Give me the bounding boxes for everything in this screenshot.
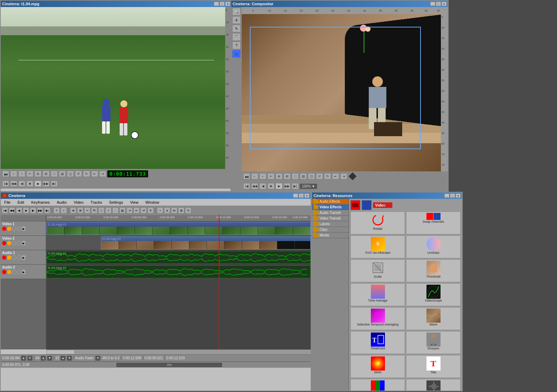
zoom2-down[interactable]: ▼ [67, 356, 72, 361]
tl-btn-cut2[interactable]: ✂ [84, 207, 90, 214]
tl-btn-g2[interactable]: ⇥ [126, 207, 133, 214]
tl-btn-copy3[interactable]: ⧉ [91, 207, 97, 214]
effect-videoscope[interactable]: VideoScope [406, 283, 461, 306]
menu-file[interactable]: File [2, 200, 13, 204]
timeline-close-btn[interactable]: × [304, 194, 309, 198]
tl-btn-ff[interactable]: ▶▶ [37, 207, 43, 214]
effect-svg[interactable]: S SVG via Inkscape [350, 235, 405, 258]
comp-play-rev[interactable]: ◀ [259, 183, 266, 189]
effect-rotate[interactable]: Rotate [350, 211, 405, 234]
resource-cat-video-trans[interactable]: Video Transiti [312, 216, 349, 221]
effect-shift[interactable]: >ShiftInterlace [406, 379, 461, 391]
video1-track-row[interactable]: t1.18.mpg #1 [46, 221, 311, 236]
audio2-clip[interactable]: t1.04.mpg #2 [46, 265, 311, 278]
video1-lock-btn[interactable] [12, 227, 16, 231]
menu-video[interactable]: Video [71, 200, 86, 204]
effect-title[interactable]: T Title [406, 355, 461, 378]
viewer-close-btn[interactable]: × [225, 2, 230, 6]
timeline-maximize-btn[interactable]: □ [299, 194, 304, 198]
viewer-btn-camera[interactable]: 📷 [2, 171, 9, 177]
top-video-effects-label[interactable]: Videocts [373, 202, 392, 208]
viewer-goto-end[interactable]: ▶| [51, 181, 58, 187]
effect-timefront[interactable]: T TimeFront [350, 331, 405, 354]
audio1-expand-btn[interactable] [17, 255, 21, 260]
effect-yuv[interactable]: YUV [350, 379, 405, 391]
viewer-btn-a4[interactable]: ↺ [75, 171, 82, 177]
video1-clip[interactable]: t1.18.mpg #1 [46, 222, 311, 235]
video2-track-row[interactable]: t1.04.mpg #1 [46, 236, 311, 250]
compositor-zoom-control[interactable]: 100% ▼ [300, 184, 317, 189]
audio1-record-btn[interactable] [2, 255, 6, 260]
comp-prev[interactable]: ◀◀ [251, 183, 258, 189]
video1-record-btn[interactable] [2, 227, 6, 231]
effect-selective[interactable]: Selective Temporal Averaging [350, 307, 405, 330]
effect-sharpen[interactable]: Sharpen [406, 331, 461, 354]
compositor-minimize-btn[interactable]: _ [430, 2, 435, 6]
comp-btn-b2[interactable]: ▤ [300, 173, 307, 179]
comp-btn-b4[interactable]: ↺ [316, 173, 323, 179]
video1-arrow-btn[interactable]: ▶ [22, 227, 25, 231]
viewer-stop[interactable]: ■ [26, 181, 33, 187]
menu-tracks[interactable]: Tracks [88, 200, 104, 204]
comp-btn-b5[interactable]: ↻ [324, 173, 331, 179]
comp-btn-b3[interactable]: ◫ [308, 173, 315, 179]
video2-arrow-btn[interactable]: ▶ [22, 241, 25, 245]
video1-expand-btn[interactable] [17, 227, 21, 231]
compositor-tool-edit[interactable]: ✎ [232, 25, 241, 32]
resource-cat-video-effects[interactable]: Video Effects [312, 204, 349, 210]
tl-btn-cursor[interactable]: ↖ [53, 207, 60, 214]
comp-stop[interactable]: ■ [267, 183, 274, 189]
viewer-btn-a7[interactable]: ⇥ [99, 171, 106, 177]
tl-btn-paste2[interactable]: ⊞ [77, 207, 83, 214]
zoom1-up[interactable]: ▲ [41, 356, 46, 361]
resource-cat-labels[interactable]: Labels [312, 221, 349, 227]
tl-btn-copy4[interactable]: □ [98, 207, 105, 214]
viewer-btn-a3[interactable]: ◫ [67, 171, 74, 177]
compositor-tool-zoom[interactable]: 🔍 [232, 8, 241, 15]
duration-spinbox-down[interactable]: ▼ [27, 356, 32, 361]
audio-fade-arrow[interactable]: ▼ [95, 356, 100, 361]
duration-spinbox-up[interactable]: ▲ [21, 356, 26, 361]
menu-edit[interactable]: Edit [15, 200, 26, 204]
viewer-btn-clip[interactable]: ✂ [26, 171, 33, 177]
effect-wave[interactable]: Wave [406, 307, 461, 330]
audio2-lock-btn[interactable] [12, 270, 16, 274]
zoom1-down[interactable]: ▼ [47, 356, 52, 361]
top-icon-2[interactable] [362, 200, 372, 210]
resource-cat-audio-effects[interactable]: Audio Effects [312, 199, 349, 204]
tl-btn-g3[interactable]: ⇤ [133, 207, 140, 214]
viewer-btn-a6[interactable]: ⇤ [91, 171, 98, 177]
timeline-minimize-btn[interactable]: _ [293, 194, 298, 198]
compositor-tool-help[interactable]: ? [232, 42, 241, 49]
audio1-track-row[interactable]: t1.04.mpg #1 [46, 250, 311, 265]
menu-settings[interactable]: Settings [107, 200, 125, 204]
tl-btn-zoom-in[interactable]: + [105, 207, 112, 214]
effect-threshold[interactable]: Threshold [406, 259, 461, 282]
audio2-mute-btn[interactable] [7, 270, 11, 274]
video2-mute-btn[interactable] [7, 241, 11, 245]
viewer-play-rev[interactable]: ◀ [18, 181, 25, 187]
audio1-lock-btn[interactable] [12, 255, 16, 260]
resource-cat-media[interactable]: Media [312, 233, 349, 238]
video2-clip[interactable]: t1.04.mpg #1 [101, 236, 311, 249]
tl-btn-rewind[interactable]: |◀ [2, 207, 8, 214]
compositor-close-btn[interactable]: × [442, 2, 447, 6]
viewer-prev-frame[interactable]: ◀◀ [10, 181, 17, 187]
video2-record-btn[interactable] [2, 241, 6, 245]
zoom2-up[interactable]: ▲ [61, 356, 65, 361]
comp-goto-end[interactable]: ▶| [292, 183, 299, 189]
viewer-btn-a5[interactable]: ↻ [83, 171, 90, 177]
tl-btn-end[interactable]: ▶| [44, 207, 50, 214]
comp-btn-cam[interactable]: 📷 [243, 173, 250, 179]
audio1-arrow-btn[interactable]: ▶ [22, 255, 25, 260]
tl-btn-g5[interactable]: ↻ [147, 207, 154, 214]
viewer-btn-a1[interactable]: □ [51, 171, 58, 177]
tl-btn-zoom-out[interactable]: - [112, 207, 119, 214]
tl-btn-i-beam[interactable]: I [61, 207, 67, 214]
video1-mute-btn[interactable] [7, 227, 11, 231]
comp-play[interactable]: ▶ [276, 183, 283, 189]
viewer-btn-in[interactable]: ⌐ [10, 171, 17, 177]
tl-btn-stop[interactable]: ■ [23, 207, 29, 214]
resources-minimize-btn[interactable]: _ [444, 194, 449, 198]
resources-close-btn[interactable]: × [456, 194, 461, 198]
